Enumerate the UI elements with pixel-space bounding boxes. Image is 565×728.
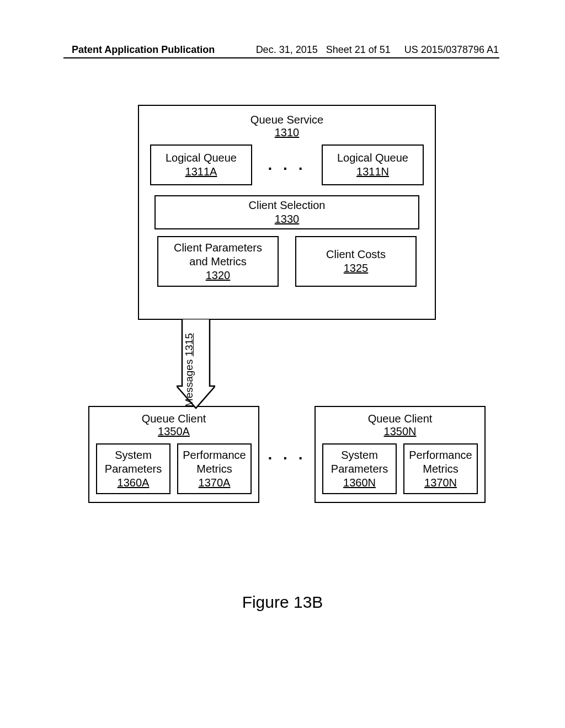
client-params-ref: 1320 [206,269,231,282]
system-params-n-box: System Parameters 1360N [322,443,397,494]
perf-metrics-n-ref: 1370N [424,476,457,490]
perf-metrics-n-l1: Performance [409,448,472,462]
figure-caption: Figure 13B [0,593,565,612]
system-params-n-l1: System [341,448,378,462]
ellipsis-icon: . . . [268,156,306,174]
messages-label: Messages [183,360,195,408]
logical-queue-a-label: Logical Queue [166,151,237,165]
messages-ref: 1315 [183,333,195,356]
diagram-canvas: Queue Service 1310 Logical Queue 1311A .… [132,105,441,503]
perf-metrics-n-l2: Metrics [423,462,458,476]
header-right: Dec. 31, 2015 Sheet 21 of 51 US 2015/037… [256,44,499,56]
perf-metrics-a-l2: Metrics [196,462,232,476]
queue-client-n-label: Queue Client [368,413,433,425]
queue-client-a-box: Queue Client 1350A System Parameters 136… [88,406,259,503]
client-params-line1: Client Parameters [174,241,262,255]
logical-queue-n-ref: 1311N [356,165,389,179]
queue-client-a-ref: 1350A [158,425,190,437]
queue-service-ref: 1310 [275,126,300,138]
client-params-box: Client Parameters and Metrics 1320 [157,236,279,287]
perf-metrics-a-box: Performance Metrics 1370A [177,443,252,494]
perf-metrics-n-box: Performance Metrics 1370N [403,443,478,494]
client-costs-label: Client Costs [326,248,386,261]
system-params-n-ref: 1360N [343,476,376,490]
queue-client-n-box: Queue Client 1350N System Parameters 136… [315,406,486,503]
logical-queue-a-box: Logical Queue 1311A [150,144,252,185]
header-left: Patent Application Publication [72,44,215,56]
logical-queue-row: Logical Queue 1311A . . . Logical Queue … [150,144,424,185]
system-params-a-ref: 1360A [118,476,150,490]
header-date: Dec. 31, 2015 [256,44,318,55]
client-selection-label: Client Selection [249,199,326,212]
logical-queue-n-box: Logical Queue 1311N [322,144,424,185]
header-rule [63,57,499,58]
client-costs-ref: 1325 [344,261,369,275]
system-params-a-box: System Parameters 1360A [96,443,170,494]
queue-client-n-ref: 1350N [384,425,417,437]
queue-client-a-title: Queue Client 1350A [96,413,252,438]
client-costs-box: Client Costs 1325 [295,236,417,287]
queue-clients-row: Queue Client 1350A System Parameters 136… [88,406,486,503]
system-params-a-l1: System [115,448,152,462]
page-header: Patent Application Publication Dec. 31, … [0,44,565,56]
svg-marker-2 [177,319,215,408]
messages-label-wrap: Messages 1315 [183,259,195,333]
ellipsis-icon: . . . [268,446,306,463]
messages-arrow: Messages 1315 [177,320,441,408]
queue-client-a-label: Queue Client [142,413,206,425]
system-params-a-l2: Parameters [105,462,162,476]
block-arrow-down-icon [177,319,215,409]
perf-metrics-a-ref: 1370A [199,476,231,490]
client-selection-box: Client Selection 1330 [154,195,419,229]
system-params-n-l2: Parameters [331,462,388,476]
queue-service-label: Queue Service [250,114,323,126]
queue-client-n-title: Queue Client 1350N [322,413,478,438]
perf-metrics-a-l1: Performance [183,448,246,462]
client-params-line2: and Metrics [189,255,246,269]
header-sheet: Sheet 21 of 51 [326,44,391,55]
queue-service-title: Queue Service 1310 [150,114,424,139]
header-docnum: US 2015/0378796 A1 [404,44,499,55]
queue-service-box: Queue Service 1310 Logical Queue 1311A .… [138,105,436,320]
logical-queue-n-label: Logical Queue [337,151,408,165]
logical-queue-a-ref: 1311A [185,165,217,179]
client-selection-ref: 1330 [275,212,300,226]
